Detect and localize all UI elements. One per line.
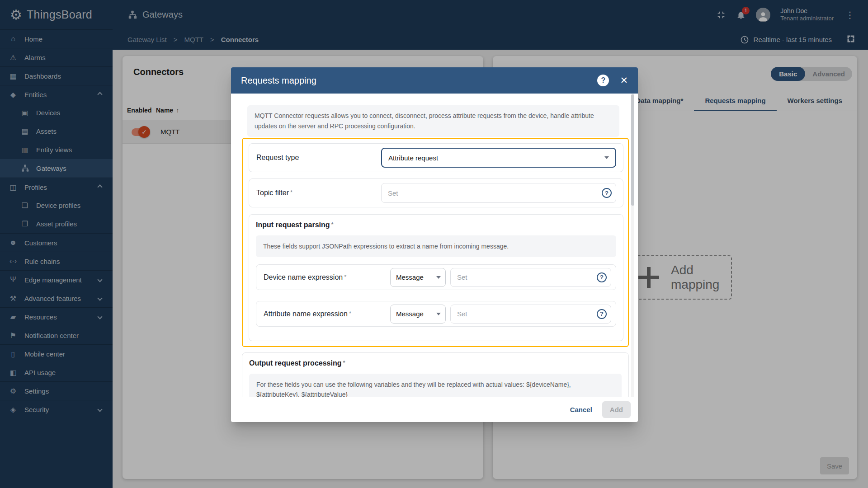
attribute-name-expression-label: Attribute name expression*: [264, 310, 390, 318]
input-parsing-title: Input request parsing*: [256, 221, 616, 229]
help-icon[interactable]: ?: [597, 309, 607, 319]
required-marker: *: [344, 273, 346, 280]
device-name-expression-input[interactable]: [450, 268, 611, 287]
required-marker: *: [349, 310, 351, 317]
dropdown-caret-icon: [436, 276, 441, 279]
add-button[interactable]: Add: [602, 401, 631, 418]
help-icon[interactable]: ?: [597, 272, 607, 282]
device-name-expression-label: Device name expression*: [264, 273, 390, 282]
topic-filter-input[interactable]: [381, 183, 616, 203]
help-icon[interactable]: ?: [602, 188, 612, 198]
highlighted-section: Request type Attribute request Topic fil…: [242, 138, 629, 347]
dialog-header: Requests mapping ? ✕: [231, 67, 638, 94]
topic-filter-group: Topic filter* ?: [249, 178, 623, 207]
dropdown-caret-icon: [604, 156, 609, 159]
requests-mapping-dialog: Requests mapping ? ✕ MQTT Connector requ…: [231, 67, 638, 422]
request-type-select[interactable]: Attribute request: [381, 148, 616, 168]
dialog-footer: Cancel Add: [231, 397, 638, 422]
required-marker: *: [343, 359, 345, 366]
help-icon[interactable]: ?: [597, 75, 609, 86]
dialog-intro-text: MQTT Connector requests allows you to co…: [247, 105, 619, 137]
close-icon[interactable]: ✕: [620, 75, 628, 86]
attribute-name-expression-row: Attribute name expression* Message ?: [256, 301, 616, 327]
topic-filter-label: Topic filter*: [249, 189, 381, 197]
cancel-button[interactable]: Cancel: [570, 406, 592, 413]
required-marker: *: [290, 189, 292, 196]
required-marker: *: [331, 221, 334, 228]
output-processing-hint: For these fields you can use the followi…: [249, 374, 622, 397]
device-name-expression-row: Device name expression* Message ?: [256, 264, 616, 290]
request-type-group: Request type Attribute request: [249, 143, 623, 172]
dialog-title: Requests mapping: [241, 75, 316, 86]
input-parsing-hint: These fields support JSONPath expression…: [256, 235, 616, 257]
output-processing-title: Output request processing*: [249, 359, 622, 367]
input-request-parsing-group: Input request parsing* These fields supp…: [249, 214, 623, 341]
dialog-scrollbar-thumb[interactable]: [631, 94, 634, 206]
attribute-source-select[interactable]: Message: [390, 305, 446, 324]
dropdown-caret-icon: [436, 313, 441, 315]
device-source-select[interactable]: Message: [390, 268, 446, 287]
output-request-processing-group: Output request processing* For these fie…: [242, 352, 629, 397]
request-type-label: Request type: [249, 154, 381, 162]
request-type-value: Attribute request: [388, 154, 438, 162]
attribute-name-expression-input[interactable]: [450, 305, 611, 324]
dialog-body: MQTT Connector requests allows you to co…: [231, 94, 638, 397]
